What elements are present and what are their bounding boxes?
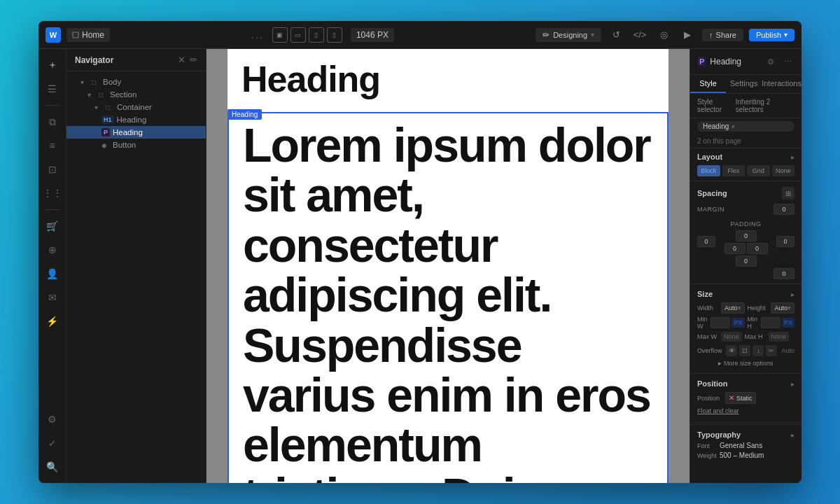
style-selector-row: Style selector Inheriting 2 selectors — [690, 94, 802, 118]
tree-item-heading-p[interactable]: P Heading — [66, 126, 206, 139]
design-mode-button[interactable]: ✏ Designing ▾ — [536, 28, 601, 42]
layers-button[interactable]: ⧉ — [42, 111, 63, 132]
overflow-clip-btn[interactable]: ✂ — [766, 345, 777, 356]
apps-button[interactable]: ⚡ — [42, 311, 63, 332]
position-type-select[interactable]: ✕ Static — [725, 392, 756, 404]
height-select[interactable]: Auto ▾ — [771, 302, 794, 314]
components-button[interactable]: ⋮⋮ — [42, 183, 63, 204]
topbar-right: ✏ Designing ▾ ↺ </> ◎ ▶ ↑ Share Publish … — [536, 26, 794, 44]
edit-navigator-button[interactable]: ✏ — [190, 55, 197, 65]
code-button[interactable]: </> — [631, 26, 649, 44]
navigator-button[interactable]: ☰ — [42, 78, 63, 99]
add-button[interactable]: ＋ — [42, 55, 63, 76]
margin-left-input[interactable] — [697, 236, 715, 247]
tree-item-container[interactable]: ▾ □ Container — [66, 101, 206, 113]
layout-expand-icon[interactable]: ▸ — [791, 153, 794, 161]
style-selector-pill[interactable]: Heading ▾ — [697, 121, 794, 132]
overflow-label: Overflow — [697, 347, 723, 354]
panel-more-icon[interactable]: ⋯ — [780, 55, 794, 69]
style-guide-button[interactable]: ≡ — [42, 135, 63, 156]
overflow-visible-btn[interactable]: 👁 — [726, 345, 737, 356]
padding-top-input[interactable] — [736, 230, 757, 241]
preview-icon[interactable]: ◎ — [654, 26, 673, 44]
spacing-expand-icon[interactable]: ⊞ — [782, 187, 794, 200]
canvas-area[interactable]: Heading Heading Lorem ipsum dolor sit am… — [206, 49, 690, 483]
padding-left-input[interactable] — [724, 243, 746, 254]
cms-button[interactable]: ⊕ — [42, 239, 63, 260]
undo-button[interactable]: ↺ — [607, 26, 625, 44]
canvas-heading[interactable]: Heading — [227, 52, 668, 106]
max-w-value[interactable]: None — [721, 332, 742, 342]
app-window: W Home ... ▣ ▭ ▯ ▯ 1046 PX ✏ Designing ▾… — [38, 21, 802, 483]
width-label: Width — [697, 304, 718, 312]
tab-settings[interactable]: Settings — [726, 75, 762, 93]
tree-item-body[interactable]: ▾ □ Body — [66, 76, 206, 88]
chevron-down-icon: ▾ — [591, 31, 594, 38]
float-and-clear[interactable]: Float and clear — [697, 406, 739, 416]
tree-item-heading-h1[interactable]: H1 Heading — [66, 113, 206, 126]
margin-top-input[interactable] — [774, 204, 794, 215]
element-name: Heading — [710, 57, 741, 66]
publish-button[interactable]: Publish ▾ — [749, 29, 794, 41]
mobile-icon[interactable]: ▯ — [327, 27, 342, 43]
share-button[interactable]: ↑ Share — [702, 29, 743, 41]
tree-item-button[interactable]: ◆ Button — [66, 139, 206, 151]
play-button[interactable]: ▶ — [678, 26, 696, 44]
topbar-logo[interactable]: W — [46, 27, 61, 43]
close-navigator-button[interactable]: ✕ — [178, 55, 186, 65]
typography-expand-icon[interactable]: ▸ — [791, 431, 794, 439]
tree-item-section[interactable]: ▾ □ Section — [66, 88, 206, 101]
layout-block-btn[interactable]: Block — [697, 165, 720, 176]
padding-bottom-input[interactable] — [736, 255, 757, 267]
navigator-title: Navigator — [75, 55, 113, 65]
p-element-icon: P — [697, 57, 706, 66]
layout-none-btn[interactable]: None — [772, 165, 795, 176]
padding-right-input[interactable] — [747, 243, 768, 254]
layout-grid-btn[interactable]: Grid — [747, 165, 770, 176]
container-icon: □ — [106, 104, 114, 111]
overflow-hidden-btn[interactable]: ⊡ — [739, 345, 750, 356]
canvas-body-text[interactable]: Lorem ipsum dolor sit amet, consectetur … — [227, 112, 668, 483]
width-select[interactable]: Auto ▾ — [721, 302, 745, 314]
more-size-options[interactable]: ▸ More size options — [697, 358, 794, 369]
float-row: Float and clear — [697, 406, 794, 416]
user-button[interactable]: 👤 — [42, 263, 63, 284]
font-row: Font General Sans — [697, 442, 794, 449]
selected-element-label: Heading — [227, 109, 262, 120]
height-label: Height — [748, 304, 769, 312]
chevron-down-icon: ▾ — [784, 31, 788, 38]
position-expand-icon[interactable]: ▸ — [791, 380, 794, 388]
share-icon: ↑ — [709, 31, 713, 39]
search-button[interactable]: 🔍 — [42, 456, 63, 477]
max-h-value[interactable]: None — [769, 332, 790, 342]
ecommerce-button[interactable]: 🛒 — [42, 216, 63, 237]
navigator-header: Navigator ✕ ✏ — [66, 49, 206, 71]
topbar-dots: ... — [251, 29, 264, 41]
layout-flex-btn[interactable]: Flex — [722, 165, 746, 176]
settings-button[interactable]: ⚙ — [42, 409, 63, 430]
home-tab[interactable]: Home — [66, 28, 110, 42]
position-controls: Position ✕ Static Float and clear — [690, 389, 802, 421]
min-h-input[interactable] — [761, 317, 780, 328]
navigator-actions: ✕ ✏ — [178, 55, 197, 65]
size-expand-icon[interactable]: ▸ — [791, 290, 794, 298]
tablet-landscape-icon[interactable]: ▭ — [290, 27, 306, 43]
tab-style[interactable]: Style — [690, 75, 726, 93]
assets-button[interactable]: ⊡ — [42, 159, 63, 180]
overflow-scroll-btn[interactable]: ↕ — [752, 345, 764, 356]
position-type-label: Position — [697, 395, 722, 402]
forms-button[interactable]: ✉ — [42, 287, 63, 308]
verify-button[interactable]: ✓ — [42, 433, 63, 454]
min-w-input[interactable] — [710, 317, 730, 328]
panel-action-icons: ⚙ ⋯ — [764, 55, 794, 69]
margin-sublabel: MARGIN — [697, 206, 724, 213]
desktop-icon[interactable]: ▣ — [272, 27, 288, 43]
weight-value[interactable]: 500 – Medium — [720, 451, 764, 459]
min-w-input-group: PX — [710, 317, 744, 328]
panel-settings-icon[interactable]: ⚙ — [764, 55, 778, 69]
font-value[interactable]: General Sans — [720, 442, 794, 449]
margin-right-input[interactable] — [776, 236, 794, 247]
tablet-portrait-icon[interactable]: ▯ — [309, 27, 324, 43]
margin-bottom-input[interactable] — [774, 268, 794, 279]
tab-interactions[interactable]: Interactions — [762, 75, 802, 93]
